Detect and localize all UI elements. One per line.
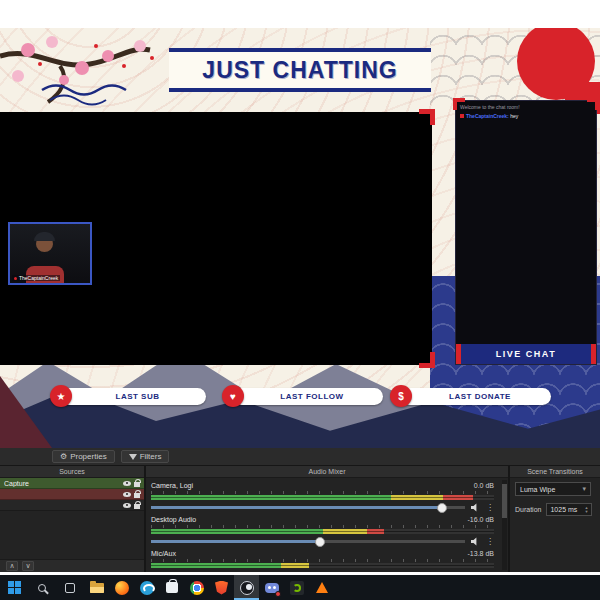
- chat-panel: Welcome to the chat room! TheCaptainCree…: [455, 100, 597, 365]
- meter-ruler: [151, 525, 494, 528]
- volume-slider[interactable]: [151, 540, 465, 543]
- move-source-down-button[interactable]: ∨: [22, 561, 34, 571]
- chat-message: TheCaptainCreek: hey: [460, 113, 592, 119]
- mixer-channel: Mic/Aux -13.8 dB: [151, 549, 494, 568]
- source-row[interactable]: Capture: [0, 478, 144, 489]
- mixer-channel: Camera, Logi 0.0 dB: [151, 481, 494, 512]
- taskbar-item-obs[interactable]: [234, 575, 259, 600]
- star-icon: ★: [50, 385, 72, 407]
- properties-button[interactable]: ⚙ Properties: [52, 450, 115, 463]
- last-follow-label: LAST FOLLOW: [280, 392, 343, 401]
- taskbar-item-edge[interactable]: [134, 575, 159, 600]
- chrome-icon: [190, 581, 204, 595]
- channel-db-value: 0.0 dB: [474, 481, 494, 490]
- channel-name: Mic/Aux: [151, 549, 176, 558]
- gear-icon: ⚙: [60, 453, 67, 461]
- taskbar-item-store[interactable]: [159, 575, 184, 600]
- chat-messages: Welcome to the chat room! TheCaptainCree…: [456, 101, 596, 344]
- transition-select[interactable]: Luma Wipe ▾: [515, 482, 591, 496]
- taskbar-item-file-explorer[interactable]: [84, 575, 109, 600]
- channel-name: Camera, Logi: [151, 481, 193, 490]
- taskbar-item-brave[interactable]: [209, 575, 234, 600]
- desktop: JUST CHATTING TheCaptainCreek Welcome to…: [0, 0, 600, 600]
- chat-welcome-text: Welcome to the chat room!: [460, 104, 592, 110]
- obs-studio-panel: ⚙ Properties Filters Sources Capture: [0, 448, 600, 572]
- chat-message-text: hey: [510, 113, 518, 119]
- duration-spinner[interactable]: 1025 ms ▲▼: [546, 503, 592, 516]
- channel-options-icon[interactable]: ⋮: [486, 504, 494, 512]
- sources-dock: Sources Capture ∧ ∨: [0, 466, 146, 572]
- task-view-button[interactable]: [56, 575, 84, 600]
- task-view-icon: [65, 583, 75, 593]
- store-icon: [166, 582, 178, 593]
- volume-meter: [151, 495, 494, 500]
- live-dot-icon: [14, 277, 17, 280]
- channel-db-value: -13.8 dB: [468, 549, 494, 558]
- chat-username: TheCaptainCreek:: [466, 113, 509, 119]
- brave-shield-icon: [215, 581, 228, 595]
- dollar-icon: $: [390, 385, 412, 407]
- chat-badge-icon: [460, 114, 464, 118]
- taskbar-item-chrome[interactable]: [184, 575, 209, 600]
- volume-slider[interactable]: [151, 506, 465, 509]
- obs-preview-canvas[interactable]: JUST CHATTING TheCaptainCreek Welcome to…: [0, 28, 600, 448]
- speaker-mute-icon[interactable]: [471, 537, 480, 546]
- visibility-eye-icon[interactable]: [123, 481, 131, 486]
- taskbar-item-firefox[interactable]: [109, 575, 134, 600]
- channel-name: Desktop Audio: [151, 515, 196, 524]
- duration-label: Duration: [515, 506, 541, 513]
- spinner-arrows-icon[interactable]: ▲▼: [585, 506, 589, 514]
- corner-bracket-icon: [419, 109, 435, 125]
- corner-bracket-icon: [587, 98, 599, 110]
- visibility-eye-icon[interactable]: [123, 503, 131, 508]
- sources-title: Sources: [0, 466, 144, 478]
- visibility-eye-icon[interactable]: [123, 492, 131, 497]
- red-cap-decoration: [456, 344, 461, 364]
- windows-taskbar: [0, 575, 600, 600]
- filters-button[interactable]: Filters: [121, 450, 170, 463]
- source-row[interactable]: [0, 489, 144, 500]
- headphones-icon: [34, 232, 55, 241]
- last-sub-label: LAST SUB: [116, 392, 160, 401]
- vlc-cone-icon: [316, 582, 328, 593]
- folder-icon: [90, 583, 104, 593]
- mixer-channel: Desktop Audio -16.0 dB: [151, 515, 494, 546]
- sources-toolbar: ∧ ∨: [0, 559, 144, 572]
- audio-mixer-dock: Audio Mixer Camera, Logi 0.0 dB: [146, 466, 510, 572]
- scene-transitions-title: Scene Transitions: [510, 466, 600, 478]
- filter-icon: [129, 454, 137, 460]
- source-row[interactable]: [0, 500, 144, 511]
- channel-options-icon[interactable]: ⋮: [486, 538, 494, 546]
- start-button[interactable]: [0, 575, 28, 600]
- volume-meter: [151, 563, 494, 568]
- volume-meter: [151, 529, 494, 534]
- mixer-scrollbar[interactable]: [502, 480, 507, 570]
- corner-bracket-icon: [453, 98, 465, 110]
- taskbar-item-vlc[interactable]: [309, 575, 334, 600]
- audio-mixer-title: Audio Mixer: [146, 466, 508, 478]
- meter-ruler: [151, 491, 494, 494]
- lock-icon[interactable]: [134, 504, 140, 509]
- lock-icon[interactable]: [134, 493, 140, 498]
- last-sub-widget: ★ LAST SUB: [50, 385, 206, 407]
- move-source-up-button[interactable]: ∧: [6, 561, 18, 571]
- taskbar-item-discord[interactable]: [259, 575, 284, 600]
- lock-icon[interactable]: [134, 482, 140, 487]
- scene-transitions-dock: Scene Transitions Luma Wipe ▾ Duration 1…: [510, 466, 600, 572]
- windows-logo-icon: [8, 581, 21, 594]
- notification-badge: [275, 591, 281, 597]
- obs-icon: [240, 581, 254, 595]
- channel-db-value: -16.0 dB: [468, 515, 494, 524]
- speaker-mute-icon[interactable]: [471, 503, 480, 512]
- stream-title-banner: JUST CHATTING: [169, 48, 431, 92]
- source-context-bar: ⚙ Properties Filters: [0, 448, 600, 466]
- last-follow-widget: ♥ LAST FOLLOW: [222, 385, 383, 407]
- live-chat-banner: LIVE CHAT: [456, 344, 596, 364]
- edge-icon: [140, 581, 154, 595]
- red-cap-decoration: [591, 344, 596, 364]
- search-icon: [38, 584, 46, 592]
- taskbar-item-nvidia[interactable]: [284, 575, 309, 600]
- taskbar-search-button[interactable]: [28, 575, 56, 600]
- corner-bracket-icon: [419, 352, 435, 368]
- firefox-icon: [115, 581, 129, 595]
